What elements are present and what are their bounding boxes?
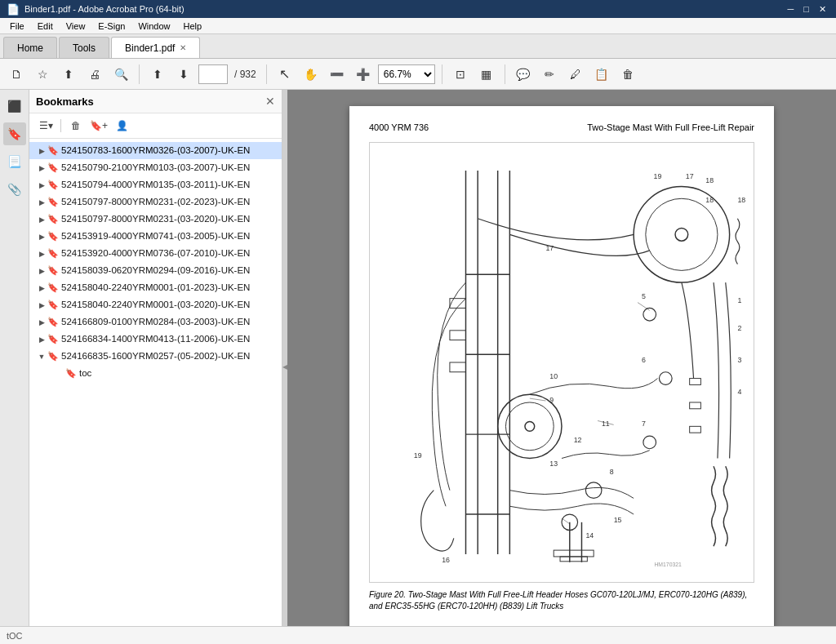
next-page-button[interactable]: ⬇ <box>172 63 195 86</box>
zoom-select[interactable]: 66.7% <box>378 64 435 84</box>
pdf-page: 4000 YRM 736 Two-Stage Mast With Full Fr… <box>349 106 774 644</box>
bookmarks-close-button[interactable]: ✕ <box>265 95 275 108</box>
bookmark-expand-5[interactable] <box>36 213 47 226</box>
bookmark-label-11: 524166809-0100YRM0284-(03-2003)-UK-EN <box>61 315 250 328</box>
bookmark-delete-btn[interactable]: 🗑 <box>66 117 86 135</box>
bm-sep-1 <box>60 119 61 132</box>
bookmark-add-btn[interactable]: 🔖+ <box>89 117 109 135</box>
menu-esign[interactable]: E-Sign <box>91 20 131 33</box>
comment-button[interactable]: 💬 <box>512 63 535 86</box>
bookmark-item-11[interactable]: 🔖 524166809-0100YRM0284-(03-2003)-UK-EN <box>29 313 282 331</box>
bookmark-item-toc[interactable]: 🔖 toc <box>29 365 282 382</box>
bookmark-label-9: 524158040-2240YRM0001-(01-2023)-UK-EN <box>61 281 250 294</box>
svg-text:12: 12 <box>574 436 582 444</box>
new-file-button[interactable]: 🗋 <box>5 63 28 86</box>
bookmark-label-4: 524150797-8000YRM0231-(02-2023)-UK-EN <box>61 195 250 208</box>
bookmark-item-12[interactable]: 🔖 524166834-1400YRM0413-(11-2006)-UK-EN <box>29 331 282 348</box>
attachments-icon[interactable]: 📎 <box>3 178 26 201</box>
bookmark-label-8: 524158039-0620YRM0294-(09-2016)-UK-EN <box>61 264 250 277</box>
svg-text:3: 3 <box>737 356 741 364</box>
search-toolbar-button[interactable]: 🔍 <box>109 63 132 86</box>
bookmark-flag-icon-7: 🔖 <box>47 247 59 260</box>
bookmark-expand-10[interactable] <box>36 299 47 312</box>
window-controls[interactable]: ─ □ ✕ <box>785 4 829 15</box>
zoom-in-button[interactable]: ➕ <box>352 63 375 86</box>
highlight-button[interactable]: 🖊 <box>564 63 587 86</box>
main-layout: ⬛ 🔖 📃 📎 Bookmarks ✕ ☰▾ 🗑 🔖+ 👤 🔖 52415078… <box>0 90 836 644</box>
bookmark-flag-icon-5: 🔖 <box>47 213 59 226</box>
bookmark-expand-8[interactable] <box>36 264 47 278</box>
toolbar-separator-4 <box>505 64 505 84</box>
delete-button[interactable]: 🗑 <box>616 63 639 86</box>
menu-file[interactable]: File <box>3 20 31 33</box>
menu-edit[interactable]: Edit <box>31 20 60 33</box>
svg-text:5: 5 <box>642 292 646 300</box>
toolbar: 🗋 ☆ ⬆ 🖨 🔍 ⬆ ⬇ 161 / 932 ↖ ✋ ➖ ➕ 66.7% ⊡ … <box>0 59 836 90</box>
bookmark-item-6[interactable]: 🔖 524153919-4000YRM0741-(03-2005)-UK-EN <box>29 228 282 245</box>
pages-icon[interactable]: 📃 <box>3 150 26 173</box>
bookmark-item-4[interactable]: 🔖 524150797-8000YRM0231-(02-2023)-UK-EN <box>29 193 282 211</box>
bookmarks-icon[interactable]: 🔖 <box>3 122 26 145</box>
bookmark-item-9[interactable]: 🔖 524158040-2240YRM0001-(01-2023)-UK-EN <box>29 279 282 296</box>
bookmark-expand-13[interactable] <box>36 350 47 363</box>
bookmarks-panel: Bookmarks ✕ ☰▾ 🗑 🔖+ 👤 🔖 524150783-1600YR… <box>29 90 282 644</box>
stamp-button[interactable]: 📋 <box>590 63 613 86</box>
toolbar-separator-3 <box>442 64 442 84</box>
bookmark-expand-1[interactable] <box>36 144 47 158</box>
bookmark-flag-icon-8: 🔖 <box>47 264 59 278</box>
bookmark-label-13: 524166835-1600YRM0257-(05-2002)-UK-EN <box>61 349 250 362</box>
bookmark-expand-7[interactable] <box>36 247 47 260</box>
minimize-button[interactable]: ─ <box>785 4 798 15</box>
tab-close-button[interactable]: ✕ <box>180 43 186 52</box>
zoom-out-button[interactable]: ➖ <box>326 63 349 86</box>
toolbar-separator-1 <box>139 64 140 84</box>
bookmark-item-1[interactable]: 🔖 524150783-1600YRM0326-(03-2007)-UK-EN <box>29 142 282 159</box>
fit-page-button[interactable]: ⊡ <box>449 63 472 86</box>
bookmark-item-5[interactable]: 🔖 524150797-8000YRM0231-(03-2020)-UK-EN <box>29 211 282 228</box>
bookmark-expand-12[interactable] <box>36 333 47 346</box>
bookmark-expand-3[interactable] <box>36 179 47 192</box>
bookmark-expand-2[interactable] <box>36 162 47 175</box>
bookmark-flag-icon-2: 🔖 <box>47 162 59 175</box>
print-button[interactable]: 🖨 <box>83 63 106 86</box>
bookmark-expand-btn[interactable]: ☰▾ <box>36 117 56 135</box>
tab-home[interactable]: Home <box>3 37 57 58</box>
bookmark-expand-9[interactable] <box>36 282 47 295</box>
bookmark-item-7[interactable]: 🔖 524153920-4000YRM0736-(07-2010)-UK-EN <box>29 245 282 262</box>
svg-text:4: 4 <box>737 388 741 396</box>
bookmark-item-10[interactable]: 🔖 524158040-2240YRM0001-(03-2020)-UK-EN <box>29 296 282 313</box>
bookmark-expand-11[interactable] <box>36 316 47 329</box>
bookmark-item-3[interactable]: 🔖 524150794-4000YRM0135-(03-2011)-UK-EN <box>29 176 282 193</box>
close-button[interactable]: ✕ <box>816 4 829 15</box>
tab-binder[interactable]: Binder1.pdf ✕ <box>111 37 200 58</box>
bookmark-toolbar-button[interactable]: ☆ <box>31 63 54 86</box>
share-button[interactable]: ⬆ <box>57 63 80 86</box>
pdf-header-left: 4000 YRM 736 <box>369 122 429 132</box>
menu-bar: File Edit View E-Sign Window Help <box>0 18 836 34</box>
bookmark-expand-6[interactable] <box>36 230 47 243</box>
draw-button[interactable]: ✏ <box>538 63 561 86</box>
hand-tool-button[interactable]: ✋ <box>300 63 322 86</box>
tab-bar: Home Tools Binder1.pdf ✕ <box>0 34 836 59</box>
pdf-view-area[interactable]: 4000 YRM 736 Two-Stage Mast With Full Fr… <box>287 90 836 644</box>
bookmark-item-2[interactable]: 🔖 524150790-2100YRM0103-(03-2007)-UK-EN <box>29 159 282 176</box>
page-number-input[interactable]: 161 <box>198 64 228 84</box>
bookmark-label-3: 524150794-4000YRM0135-(03-2011)-UK-EN <box>61 178 250 191</box>
tab-tools[interactable]: Tools <box>59 37 109 58</box>
maximize-button[interactable]: □ <box>800 4 812 15</box>
bookmark-item-8[interactable]: 🔖 524158039-0620YRM0294-(09-2016)-UK-EN <box>29 262 282 279</box>
bookmark-item-13[interactable]: 🔖 524166835-1600YRM0257-(05-2002)-UK-EN <box>29 348 282 365</box>
bookmark-expand-4[interactable] <box>36 196 47 209</box>
menu-view[interactable]: View <box>60 20 92 33</box>
bookmark-properties-btn[interactable]: 👤 <box>112 117 131 135</box>
svg-text:11: 11 <box>602 420 610 428</box>
select-tool-button[interactable]: ↖ <box>273 63 296 86</box>
pdf-diagram: 1 2 3 4 5 6 7 8 9 10 11 12 13 14 15 16 1 <box>369 142 754 583</box>
menu-help[interactable]: Help <box>177 20 209 33</box>
menu-window[interactable]: Window <box>131 20 176 33</box>
view-options-button[interactable]: ▦ <box>475 63 498 86</box>
prev-page-button[interactable]: ⬆ <box>146 63 169 86</box>
tab-home-label: Home <box>17 42 43 54</box>
pdf-page-header: 4000 YRM 736 Two-Stage Mast With Full Fr… <box>369 122 754 132</box>
layers-icon[interactable]: ⬛ <box>3 95 26 118</box>
